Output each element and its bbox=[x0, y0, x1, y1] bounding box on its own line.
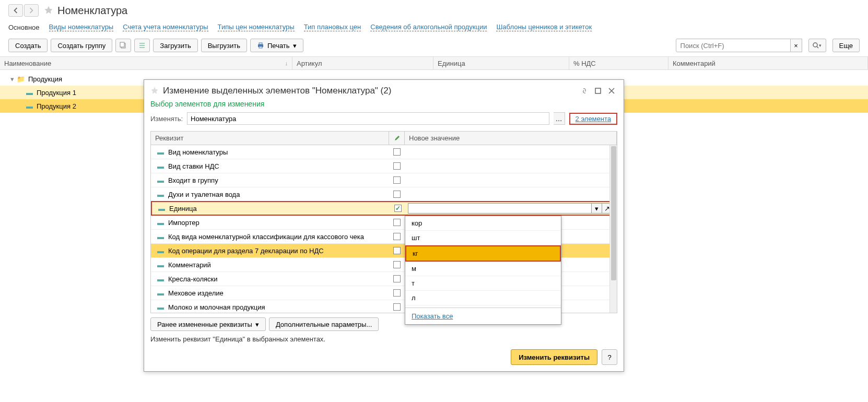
dropdown-item[interactable]: кор bbox=[405, 216, 561, 231]
attr-checkbox[interactable] bbox=[393, 289, 401, 297]
dropdown-item[interactable]: м bbox=[405, 262, 561, 276]
link-icon[interactable] bbox=[579, 85, 590, 97]
svg-rect-7 bbox=[259, 46, 262, 48]
attr-row[interactable]: ▬Вид ставки НДС bbox=[151, 159, 617, 173]
search-go-button[interactable]: ▾ bbox=[808, 39, 826, 52]
attr-checkbox[interactable] bbox=[393, 247, 401, 254]
attr-checkbox[interactable] bbox=[393, 275, 401, 282]
extra-params-button[interactable]: Дополнительные параметры... bbox=[269, 317, 379, 331]
attr-checkbox[interactable] bbox=[393, 176, 401, 184]
item-icon: ▬ bbox=[157, 162, 164, 170]
item-icon: ▬ bbox=[157, 233, 164, 241]
nav-forward-button[interactable] bbox=[24, 4, 39, 17]
attr-checkbox[interactable] bbox=[393, 219, 401, 226]
more-button[interactable]: Еще bbox=[832, 39, 860, 52]
dropdown-item[interactable]: кг bbox=[405, 245, 561, 262]
change-label: Изменять: bbox=[150, 115, 183, 123]
caret-icon[interactable]: ▾ bbox=[10, 75, 17, 83]
col-comment[interactable]: Комментарий bbox=[668, 57, 868, 69]
nav-link-3[interactable]: Тип плановых цен bbox=[304, 23, 361, 31]
item-icon: ▬ bbox=[157, 148, 164, 156]
attr-checkbox[interactable] bbox=[393, 303, 401, 311]
nav-link-1[interactable]: Счета учета номенклатуры bbox=[123, 23, 208, 31]
value-dropdown-button[interactable]: ▾ bbox=[592, 203, 602, 214]
svg-rect-1 bbox=[120, 42, 124, 47]
attr-checkbox[interactable] bbox=[394, 205, 402, 212]
val-col-header[interactable]: Новое значение bbox=[405, 132, 617, 145]
attr-row[interactable]: ▬Вид номенклатуры bbox=[151, 145, 617, 159]
change-select-button[interactable]: … bbox=[554, 112, 565, 125]
svg-rect-6 bbox=[259, 43, 262, 44]
create-group-button[interactable]: Создать группу bbox=[51, 39, 112, 52]
maximize-icon[interactable] bbox=[592, 85, 604, 97]
prev-attrs-button[interactable]: Ранее измененные реквизиты ▾ bbox=[150, 317, 266, 331]
elements-link-box: 2 элемента bbox=[569, 113, 617, 125]
value-input[interactable] bbox=[408, 203, 592, 214]
search-clear-button[interactable]: × bbox=[791, 39, 802, 52]
search-input[interactable] bbox=[676, 39, 791, 52]
item-icon: ▬ bbox=[157, 176, 164, 184]
svg-line-9 bbox=[817, 46, 818, 48]
attr-checkbox[interactable] bbox=[393, 233, 401, 240]
dialog-message: Изменить реквизит "Единица" в выбранных … bbox=[144, 331, 624, 343]
nav-link-5[interactable]: Шаблоны ценников и этикеток bbox=[496, 23, 592, 31]
nav-link-0[interactable]: Виды номенклатуры bbox=[49, 23, 114, 31]
col-article[interactable]: Артикул bbox=[292, 57, 433, 69]
folder-icon: 📁 bbox=[17, 75, 25, 83]
dialog-subtitle: Выбор элементов для изменения bbox=[144, 100, 624, 111]
dialog-title: Изменение выделенных элементов "Номенкла… bbox=[163, 86, 577, 96]
item-icon: ▬ bbox=[157, 303, 164, 311]
dropdown-item[interactable]: т bbox=[405, 276, 561, 291]
item-icon: ▬ bbox=[157, 247, 164, 255]
page-title: Номенклатура bbox=[57, 5, 127, 17]
nav-link-4[interactable]: Сведения об алкогольной продукции bbox=[370, 23, 487, 31]
attr-checkbox[interactable] bbox=[393, 162, 401, 170]
attr-checkbox[interactable] bbox=[393, 148, 401, 156]
scrollbar[interactable] bbox=[609, 145, 617, 313]
col-vat[interactable]: % НДС bbox=[569, 57, 668, 69]
item-icon: ▬ bbox=[26, 89, 33, 97]
edit-col-header[interactable] bbox=[389, 132, 405, 145]
nav-main[interactable]: Основное bbox=[8, 23, 40, 31]
attr-row[interactable]: ▬Входит в группу bbox=[151, 173, 617, 187]
item-icon: ▬ bbox=[157, 261, 164, 269]
copy-button[interactable] bbox=[115, 39, 131, 52]
print-button[interactable]: Печать ▾ bbox=[250, 39, 303, 52]
create-button[interactable]: Создать bbox=[8, 39, 48, 52]
attr-checkbox[interactable] bbox=[393, 261, 401, 268]
attr-row[interactable]: ▬Духи и туалетная вода bbox=[151, 187, 617, 202]
change-input[interactable]: Номенклатура bbox=[187, 112, 549, 125]
item-icon: ▬ bbox=[157, 275, 164, 283]
unit-dropdown: коршткгмтл Показать все bbox=[405, 216, 561, 325]
attr-row[interactable]: ▬Единица▾↗ bbox=[151, 201, 617, 216]
apply-button[interactable]: Изменить реквизиты bbox=[511, 349, 597, 365]
col-unit[interactable]: Единица bbox=[433, 57, 569, 69]
dialog-star-icon[interactable] bbox=[150, 86, 159, 96]
item-icon: ▬ bbox=[26, 102, 33, 110]
favorite-icon[interactable] bbox=[44, 5, 53, 16]
sort-indicator-icon: ↓ bbox=[285, 60, 288, 66]
export-button[interactable]: Выгрузить bbox=[201, 39, 247, 52]
list-button[interactable] bbox=[134, 39, 150, 52]
item-icon: ▬ bbox=[157, 289, 164, 297]
table-header: Наименование↓ Артикул Единица % НДС Комм… bbox=[0, 56, 868, 70]
close-icon[interactable] bbox=[606, 85, 617, 97]
load-button[interactable]: Загрузить bbox=[153, 39, 197, 52]
show-all-link[interactable]: Показать все bbox=[412, 312, 453, 320]
nav-back-button[interactable] bbox=[8, 4, 23, 17]
attr-col-header[interactable]: Реквизит bbox=[151, 132, 389, 145]
item-icon: ▬ bbox=[157, 191, 164, 198]
svg-point-8 bbox=[813, 43, 817, 47]
attr-checkbox[interactable] bbox=[393, 191, 401, 198]
nav-link-2[interactable]: Типы цен номенклатуры bbox=[218, 23, 295, 31]
col-name[interactable]: Наименование↓ bbox=[0, 57, 292, 69]
item-icon: ▬ bbox=[158, 205, 165, 212]
dropdown-item[interactable]: л bbox=[405, 291, 561, 305]
help-button[interactable]: ? bbox=[602, 349, 617, 365]
elements-link[interactable]: 2 элемента bbox=[576, 115, 611, 123]
item-icon: ▬ bbox=[157, 219, 164, 227]
svg-rect-10 bbox=[595, 88, 601, 93]
dropdown-item[interactable]: шт bbox=[405, 231, 561, 245]
